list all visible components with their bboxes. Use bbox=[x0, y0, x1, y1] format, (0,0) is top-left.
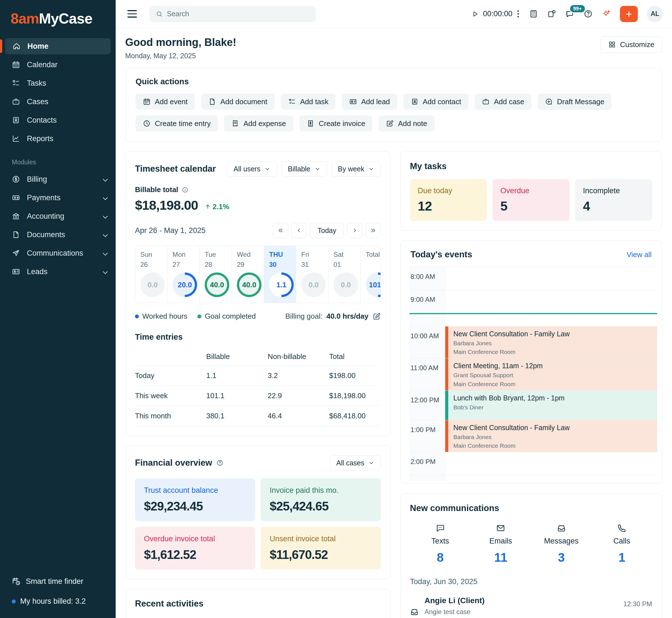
sidebar-module-payments[interactable]: Payments bbox=[0, 190, 116, 206]
draft-message-button[interactable]: Draft Message bbox=[538, 94, 611, 110]
sidebar-module-communications[interactable]: Communications bbox=[0, 245, 116, 261]
week-grid: Sun 26 0.0 Mon 27 20.0 Tue 28 40.0 bbox=[135, 246, 381, 303]
ai-assistant-button[interactable] bbox=[602, 9, 611, 18]
chevron-down-icon[interactable] bbox=[101, 268, 108, 275]
sidebar-item-calendar[interactable]: Calendar bbox=[0, 57, 116, 73]
calendar-icon bbox=[12, 61, 20, 69]
create-time-entry-button[interactable]: Create time entry bbox=[135, 115, 218, 132]
checklist-icon bbox=[12, 79, 20, 87]
sidebar-item-reports[interactable]: Reports bbox=[0, 130, 116, 147]
edit-icon[interactable] bbox=[372, 312, 381, 321]
timer-widget[interactable]: 00:00:00 bbox=[471, 9, 520, 18]
quick-actions-card: Quick actions Add event Add document Add… bbox=[125, 68, 662, 142]
new-communications-card: New communications Texts 8 Emails 11 bbox=[400, 493, 662, 618]
sidebar-item-tasks[interactable]: Tasks bbox=[0, 75, 116, 91]
logo-8am: 8am bbox=[11, 10, 39, 27]
customize-button[interactable]: Customize bbox=[600, 36, 662, 53]
kebab-menu-icon[interactable] bbox=[516, 9, 520, 18]
add-task-button[interactable]: Add task bbox=[281, 94, 336, 110]
last-week-button[interactable] bbox=[366, 223, 381, 238]
calls-stat[interactable]: Calls 1 bbox=[592, 523, 652, 564]
event-slot-2pm: 2:00 PM bbox=[409, 452, 657, 475]
chat-notifications-button[interactable]: 99+ bbox=[565, 9, 575, 18]
avatar[interactable]: AL bbox=[647, 6, 663, 22]
modules-nav: Billing Payments Accounting Documents Co… bbox=[0, 171, 116, 280]
chevron-down-icon[interactable] bbox=[101, 213, 108, 219]
chevron-down-icon bbox=[368, 460, 374, 466]
messages-stat[interactable]: Messages 3 bbox=[531, 523, 592, 564]
calendar-icon bbox=[143, 98, 151, 106]
overdue-invoice-card[interactable]: Overdue invoice total $1,612.52 bbox=[135, 527, 255, 570]
help-circle-icon[interactable] bbox=[216, 459, 223, 467]
billable-delta: 2.1% bbox=[205, 202, 229, 211]
page-title: Good morning, Blake! bbox=[125, 36, 236, 48]
sidebar-item-contacts[interactable]: Contacts bbox=[0, 112, 116, 128]
chevron-down-icon[interactable] bbox=[101, 250, 108, 256]
day-cell-fri[interactable]: Fri 31 0.0 bbox=[296, 246, 328, 303]
add-case-button[interactable]: Add case bbox=[475, 94, 532, 110]
add-event-button[interactable]: Add event bbox=[135, 94, 195, 110]
today-button[interactable]: Today bbox=[310, 223, 344, 238]
next-week-button[interactable] bbox=[347, 223, 362, 238]
add-new-button[interactable]: + bbox=[620, 6, 638, 22]
day-cell-mon[interactable]: Mon 27 20.0 bbox=[167, 246, 199, 303]
top-bar: 00:00:00 99+ + AL bbox=[116, 0, 672, 28]
day-cell-wed[interactable]: Wed 29 40.0 bbox=[232, 246, 264, 303]
help-button[interactable] bbox=[583, 9, 593, 18]
hours-billed-status[interactable]: My hours billed: 3.2 bbox=[12, 597, 104, 606]
sidebar-module-leads[interactable]: Leads bbox=[0, 264, 116, 280]
add-contact-button[interactable]: Add contact bbox=[404, 94, 468, 110]
sidebar-item-label: Payments bbox=[27, 194, 61, 202]
calendar-event[interactable]: New Client Consultation - Family Law Bar… bbox=[445, 420, 657, 452]
info-icon[interactable] bbox=[182, 187, 189, 193]
invoice-paid-card[interactable]: Invoice paid this mo. $25,424.65 bbox=[261, 478, 381, 521]
emails-stat[interactable]: Emails 11 bbox=[470, 523, 531, 564]
users-filter-select[interactable]: All users bbox=[227, 161, 277, 177]
cases-filter-select[interactable]: All cases bbox=[330, 455, 381, 471]
chevron-down-icon[interactable] bbox=[101, 194, 108, 201]
sidebar-item-home[interactable]: Home bbox=[5, 38, 111, 54]
play-icon[interactable] bbox=[471, 10, 479, 18]
add-expense-button[interactable]: Add expense bbox=[224, 115, 293, 132]
hamburger-menu-icon[interactable] bbox=[127, 10, 137, 18]
calendar-event[interactable]: New Client Consultation - Family Law Bar… bbox=[445, 326, 657, 358]
calendar-event[interactable]: Client Meeting, 11am - 12pm Grant Spousa… bbox=[445, 358, 657, 390]
sidebar-module-accounting[interactable]: Accounting bbox=[0, 208, 116, 224]
view-all-link[interactable]: View all bbox=[627, 250, 652, 259]
communication-entry[interactable]: Angie Li (Client) Angie test case 12:30 … bbox=[410, 596, 652, 618]
apps-layout-button[interactable] bbox=[547, 9, 556, 18]
period-filter-select[interactable]: By week bbox=[332, 161, 381, 177]
due-today-card[interactable]: Due today 12 bbox=[410, 179, 487, 221]
chevron-down-icon[interactable] bbox=[101, 176, 108, 183]
create-invoice-button[interactable]: Create invoice bbox=[299, 115, 372, 132]
sidebar-module-billing[interactable]: Billing bbox=[0, 171, 116, 187]
calculator-button[interactable] bbox=[529, 9, 538, 18]
day-cell-sat[interactable]: Sat 01 0.0 bbox=[328, 246, 360, 303]
chevron-down-icon[interactable] bbox=[101, 231, 108, 238]
chevron-down-icon bbox=[264, 166, 270, 172]
trust-account-balance-card[interactable]: Trust account balance $29,234.45 bbox=[135, 478, 255, 521]
app-logo[interactable]: 8amMyCase bbox=[0, 8, 116, 38]
add-note-button[interactable]: Add note bbox=[378, 115, 434, 132]
add-lead-button[interactable]: Add lead bbox=[342, 94, 397, 110]
sidebar-item-cases[interactable]: Cases bbox=[0, 94, 116, 110]
home-icon bbox=[12, 42, 21, 50]
search-input[interactable] bbox=[167, 10, 310, 18]
calendar-event[interactable]: Lunch with Bob Bryant, 12pm - 1pm Bob's … bbox=[445, 391, 657, 420]
sidebar-module-documents[interactable]: Documents bbox=[0, 226, 116, 243]
billable-filter-select[interactable]: Billable bbox=[282, 161, 327, 177]
previous-week-button[interactable] bbox=[292, 223, 307, 238]
unsent-invoice-card[interactable]: Unsent invoice total $11,670.52 bbox=[261, 527, 381, 570]
sidebar-item-label: Reports bbox=[27, 134, 53, 143]
day-cell-thu-today[interactable]: THU 30 1.1 bbox=[264, 246, 296, 303]
smart-time-finder-button[interactable]: Smart time finder bbox=[12, 577, 104, 586]
overdue-card[interactable]: Overdue 5 bbox=[492, 179, 569, 221]
add-document-button[interactable]: Add document bbox=[201, 94, 275, 110]
first-week-button[interactable] bbox=[273, 223, 288, 238]
incomplete-card[interactable]: Incomplete 4 bbox=[575, 179, 652, 221]
day-cell-sun[interactable]: Sun 26 0.0 bbox=[135, 246, 167, 303]
day-cell-tue[interactable]: Tue 28 40.0 bbox=[199, 246, 232, 303]
sidebar-item-label: Calendar bbox=[27, 61, 58, 69]
texts-stat[interactable]: Texts 8 bbox=[410, 523, 470, 564]
table-row: This week 101.1 22.9 $18,198.00 bbox=[135, 386, 381, 406]
